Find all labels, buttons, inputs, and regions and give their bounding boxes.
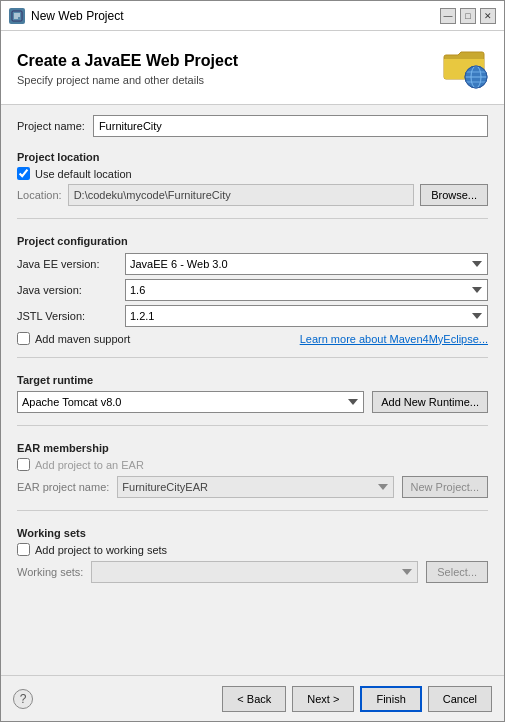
window-title: New Web Project <box>31 9 434 23</box>
ear-membership-section: EAR membership Add project to an EAR EAR… <box>17 438 488 498</box>
minimize-button[interactable]: — <box>440 8 456 24</box>
ear-project-row: EAR project name: FurnitureCityEAR New P… <box>17 476 488 498</box>
add-to-working-sets-checkbox[interactable] <box>17 543 30 556</box>
help-button[interactable]: ? <box>13 689 33 709</box>
target-runtime-select[interactable]: Apache Tomcat v8.0 Apache Tomcat v9.0 Ap… <box>17 391 364 413</box>
add-new-runtime-button[interactable]: Add New Runtime... <box>372 391 488 413</box>
working-sets-section: Working sets Add project to working sets… <box>17 523 488 583</box>
project-configuration-label: Project configuration <box>17 235 488 247</box>
finish-button[interactable]: Finish <box>360 686 421 712</box>
project-location-label: Project location <box>17 151 488 163</box>
cancel-button[interactable]: Cancel <box>428 686 492 712</box>
project-name-row: Project name: <box>17 115 488 137</box>
window-icon <box>9 8 25 24</box>
page-subtitle: Specify project name and other details <box>17 74 238 86</box>
browse-button[interactable]: Browse... <box>420 184 488 206</box>
ear-project-name-label: EAR project name: <box>17 481 109 493</box>
page-title: Create a JavaEE Web Project <box>17 52 238 70</box>
back-button[interactable]: < Back <box>222 686 286 712</box>
window: New Web Project — □ ✕ Create a JavaEE We… <box>0 0 505 722</box>
header-icon <box>440 43 488 94</box>
location-row: Location: Browse... <box>17 184 488 206</box>
divider-3 <box>17 425 488 426</box>
project-configuration-section: Project configuration Java EE version: J… <box>17 231 488 345</box>
select-button[interactable]: Select... <box>426 561 488 583</box>
content-area: Project name: Project location Use defau… <box>1 105 504 675</box>
add-maven-checkbox[interactable] <box>17 332 30 345</box>
target-runtime-section: Target runtime Apache Tomcat v8.0 Apache… <box>17 370 488 413</box>
maven-learn-more-link[interactable]: Learn more about Maven4MyEclipse... <box>300 333 488 345</box>
add-to-ear-checkbox[interactable] <box>17 458 30 471</box>
use-default-location-checkbox[interactable] <box>17 167 30 180</box>
target-runtime-label: Target runtime <box>17 374 488 386</box>
title-bar-controls: — □ ✕ <box>440 8 496 24</box>
add-to-working-sets-label: Add project to working sets <box>35 544 167 556</box>
working-sets-label: Working sets <box>17 527 488 539</box>
divider-2 <box>17 357 488 358</box>
location-input[interactable] <box>68 184 414 206</box>
maximize-button[interactable]: □ <box>460 8 476 24</box>
add-maven-label: Add maven support <box>35 333 130 345</box>
jstl-version-label: JSTL Version: <box>17 310 117 322</box>
header-area: Create a JavaEE Web Project Specify proj… <box>1 31 504 105</box>
ear-project-name-select[interactable]: FurnitureCityEAR <box>117 476 393 498</box>
maven-row: Add maven support Learn more about Maven… <box>17 332 488 345</box>
add-to-ear-label: Add project to an EAR <box>35 459 144 471</box>
divider-1 <box>17 218 488 219</box>
add-to-ear-row: Add project to an EAR <box>17 458 488 471</box>
use-default-location-row: Use default location <box>17 167 488 180</box>
javaee-version-label: Java EE version: <box>17 258 117 270</box>
location-label: Location: <box>17 189 62 201</box>
working-sets-row: Working sets: Select... <box>17 561 488 583</box>
ear-membership-label: EAR membership <box>17 442 488 454</box>
add-to-working-sets-row: Add project to working sets <box>17 543 488 556</box>
working-sets-select[interactable] <box>91 561 418 583</box>
project-name-input[interactable] <box>93 115 488 137</box>
project-location-section: Project location Use default location Lo… <box>17 147 488 206</box>
use-default-location-label: Use default location <box>35 168 132 180</box>
project-name-label: Project name: <box>17 120 85 132</box>
title-bar: New Web Project — □ ✕ <box>1 1 504 31</box>
divider-4 <box>17 510 488 511</box>
java-version-label: Java version: <box>17 284 117 296</box>
next-button[interactable]: Next > <box>292 686 354 712</box>
add-maven-row: Add maven support <box>17 332 130 345</box>
close-button[interactable]: ✕ <box>480 8 496 24</box>
runtime-row: Apache Tomcat v8.0 Apache Tomcat v9.0 Ap… <box>17 391 488 413</box>
new-project-button[interactable]: New Project... <box>402 476 488 498</box>
jstl-version-select[interactable]: 1.2.1 1.2.0 1.1.2 <box>125 305 488 327</box>
java-version-select[interactable]: 1.6 1.7 1.8 11 17 <box>125 279 488 301</box>
javaee-version-select[interactable]: JavaEE 6 - Web 3.0 JavaEE 7 - Web 3.1 Ja… <box>125 253 488 275</box>
working-sets-label2: Working sets: <box>17 566 83 578</box>
config-grid: Java EE version: JavaEE 6 - Web 3.0 Java… <box>17 253 488 327</box>
header-text: Create a JavaEE Web Project Specify proj… <box>17 52 238 86</box>
bottom-bar: ? < Back Next > Finish Cancel <box>1 675 504 721</box>
